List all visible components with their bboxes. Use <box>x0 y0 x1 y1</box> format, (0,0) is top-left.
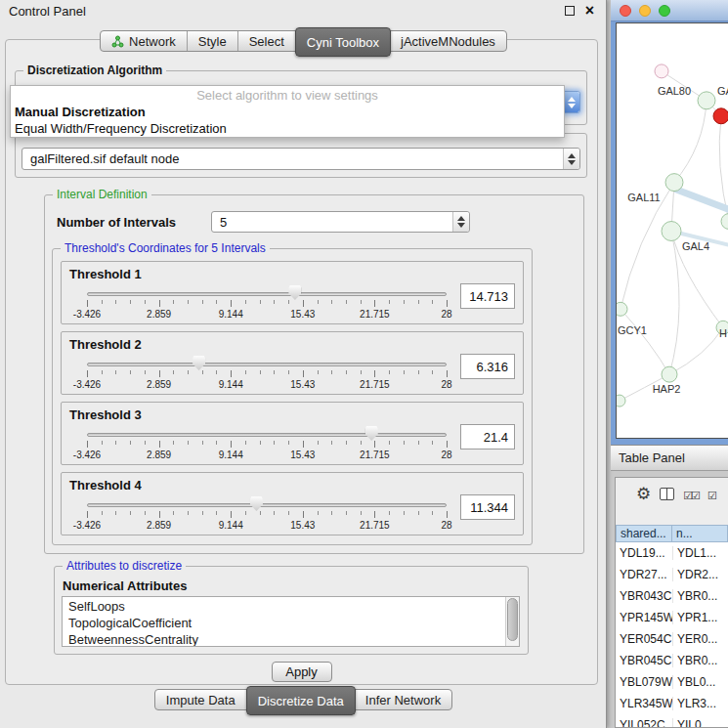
gear-icon[interactable] <box>636 486 651 503</box>
checkbox-icon[interactable] <box>707 486 717 503</box>
threshold-slider[interactable]: -3.4262.8599.14415.4321.71528 <box>87 424 447 463</box>
table-cell: YER054C <box>616 632 672 646</box>
combobox-stepper-icon[interactable] <box>452 212 469 232</box>
tab-select[interactable]: Select <box>238 31 296 51</box>
slider-thumb[interactable] <box>365 426 378 441</box>
apply-button[interactable]: Apply <box>272 662 332 682</box>
bottom-tab-bar: Impute Data Discretize Data Infer Networ… <box>0 689 607 710</box>
table-row[interactable]: YDL19...YDL1... <box>616 542 728 564</box>
tab-discretize-data[interactable]: Discretize Data <box>246 686 356 715</box>
network-edge[interactable] <box>675 190 728 211</box>
tab-impute-data[interactable]: Impute Data <box>155 690 247 709</box>
up-arrow-icon <box>568 97 576 102</box>
network-node-label: GA <box>717 85 728 97</box>
column-header-name[interactable]: n... <box>672 525 728 542</box>
table-panel-header[interactable]: Table Panel <box>611 445 728 471</box>
network-edge[interactable] <box>621 309 669 374</box>
slider-thumb[interactable] <box>250 496 263 511</box>
threshold-slider[interactable]: -3.4262.8599.14415.4321.71528 <box>87 283 447 322</box>
numerical-attributes-list[interactable]: SelfLoopsTopologicalCoefficientBetweenne… <box>62 596 520 647</box>
network-node[interactable] <box>721 214 728 230</box>
down-arrow-icon <box>457 223 465 228</box>
threshold-value-field[interactable]: 14.713 <box>460 283 515 309</box>
table-cell: YPR145W <box>616 611 672 624</box>
number-of-intervals-combobox[interactable]: 5 <box>211 211 470 233</box>
table-data-group: Table Data galFiltered.sif default node <box>15 133 587 178</box>
table-row[interactable]: YBR045CYBR0... <box>616 650 728 671</box>
combobox-stepper-icon[interactable] <box>563 92 579 112</box>
tab-network[interactable]: Network <box>101 31 188 51</box>
threshold-value-field[interactable]: 11.344 <box>460 494 515 520</box>
slider-track[interactable] <box>87 292 447 296</box>
slider-thumb[interactable] <box>288 285 301 300</box>
dropdown-item-manual-discretization[interactable]: Manual Discretization <box>11 104 564 120</box>
tab-style[interactable]: Style <box>188 31 238 51</box>
table-body: YDL19...YDL1...YDR27...YDR2...YBR043CYBR… <box>616 542 728 727</box>
attributes-scrollbar[interactable] <box>505 597 519 646</box>
threshold-label: Threshold 3 <box>69 407 515 422</box>
tab-cyni-toolbox[interactable]: Cyni Toolbox <box>295 27 391 57</box>
attribute-list-item[interactable]: BetweennessCentrality <box>68 631 505 647</box>
checkbox-multi-icon[interactable] <box>683 486 699 503</box>
table-data-combobox[interactable]: galFiltered.sif default node <box>21 148 580 170</box>
table-cell: YIL0... <box>672 718 728 727</box>
threshold-value-field[interactable]: 6.316 <box>460 354 515 379</box>
close-icon[interactable] <box>585 6 594 16</box>
close-traffic-light-icon[interactable] <box>620 5 631 17</box>
interval-definition-group: Interval Definition Number of Intervals … <box>44 194 584 554</box>
table-row[interactable]: YPR145WYPR1... <box>616 607 728 628</box>
threshold-label: Threshold 1 <box>69 267 515 281</box>
threshold-panel: Threshold 2-3.4262.8599.14415.4321.71528… <box>61 331 524 395</box>
tab-infer-network[interactable]: Infer Network <box>355 690 451 709</box>
scrollbar-thumb[interactable] <box>507 598 518 641</box>
table-row[interactable]: YLR345WYLR3... <box>616 693 728 714</box>
slider-track[interactable] <box>87 363 447 366</box>
zoom-traffic-light-icon[interactable] <box>659 5 670 17</box>
slider-track[interactable] <box>87 433 447 437</box>
up-arrow-icon <box>457 216 465 221</box>
table-row[interactable]: YER054CYER0... <box>616 628 728 650</box>
table-row[interactable]: YBL079WYBL0... <box>616 671 728 693</box>
slider-thumb[interactable] <box>193 356 205 370</box>
table-row[interactable]: YBR043CYBR0... <box>616 585 728 607</box>
threshold-panel: Threshold 3-3.4262.8599.14415.4321.71528… <box>61 402 524 465</box>
dropdown-item-equal-width-frequency[interactable]: Equal Width/Frequency Discretization <box>11 120 564 137</box>
network-node[interactable] <box>655 64 668 78</box>
columns-icon[interactable] <box>660 488 674 500</box>
float-window-icon[interactable] <box>565 6 575 16</box>
network-node[interactable] <box>617 302 627 316</box>
minimize-traffic-light-icon[interactable] <box>639 5 651 17</box>
network-edge[interactable] <box>669 231 679 374</box>
threshold-value-field[interactable]: 21.4 <box>460 424 515 450</box>
network-canvas[interactable]: GAL80GAGAL11GAL4GCY1HAP2H <box>616 22 728 439</box>
table-cell: YLR345W <box>616 697 672 710</box>
group-title: Threshold's Coordinates for 5 Intervals <box>61 241 270 255</box>
network-node[interactable] <box>665 174 683 192</box>
slider-scale: -3.4262.8599.14415.4321.71528 <box>87 379 447 390</box>
table-cell: YDR2... <box>672 568 728 581</box>
table-cell: YLR3... <box>672 697 728 710</box>
network-node[interactable] <box>698 92 715 109</box>
control-panel-window: Control Panel Network Style <box>0 0 607 728</box>
attribute-list-item[interactable]: TopologicalCoefficient <box>68 615 505 631</box>
network-edge[interactable] <box>674 101 707 183</box>
table-panel-title: Table Panel <box>619 450 685 465</box>
network-node[interactable] <box>617 395 625 407</box>
tab-label: Style <box>198 34 227 49</box>
combobox-stepper-icon[interactable] <box>563 149 579 169</box>
network-node-selected[interactable] <box>713 108 728 124</box>
network-node[interactable] <box>662 366 677 382</box>
slider-track[interactable] <box>87 503 447 507</box>
column-header-shared-name[interactable]: shared... <box>616 525 672 542</box>
threshold-slider[interactable]: -3.4262.8599.14415.4321.71528 <box>87 494 447 534</box>
tab-jactivemnodules[interactable]: jActiveMNodules <box>390 31 506 51</box>
tab-label: Select <box>249 34 284 49</box>
table-row[interactable]: YDR27...YDR2... <box>616 564 728 585</box>
attribute-list-item[interactable]: SelfLoops <box>68 598 505 615</box>
attribute-items: SelfLoopsTopologicalCoefficientBetweenne… <box>63 597 519 647</box>
top-tab-group: Network Style Select Cyni Toolbox jActiv… <box>100 30 507 52</box>
threshold-slider[interactable]: -3.4262.8599.14415.4321.71528 <box>87 354 447 393</box>
network-node[interactable] <box>662 222 681 241</box>
table-cell: YBR045C <box>616 654 672 667</box>
table-row[interactable]: YIL052CYIL0... <box>616 714 728 727</box>
